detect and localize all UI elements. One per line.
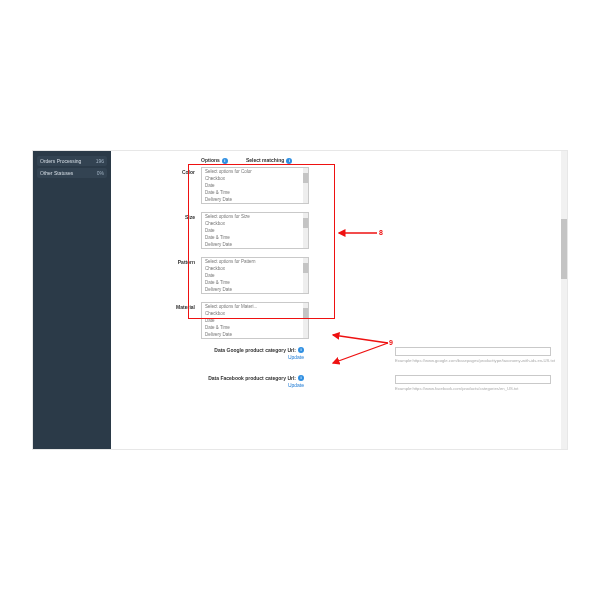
google-category-url-row: Data Google product category Url:i Updat…	[121, 347, 559, 371]
option-row-pattern: Pattern Select options for Pattern Check…	[121, 257, 559, 294]
option-row-material: Material Select options for Materi... Ch…	[121, 302, 559, 339]
multiselect-scrollbar[interactable]	[303, 213, 308, 248]
option-multiselect-color[interactable]: Select options for Color Checkbox Date D…	[201, 167, 309, 204]
info-icon[interactable]: i	[286, 158, 292, 164]
sidebar-item-label: Other Statuses	[40, 170, 73, 176]
sidebar-item-other-statuses[interactable]: Other Statuses 0%	[37, 168, 107, 178]
scrollbar-thumb[interactable]	[561, 219, 567, 279]
sidebar-item-orders-processing[interactable]: Orders Processing 196	[37, 156, 107, 166]
option-multiselect-size[interactable]: Select options for Size Checkbox Date Da…	[201, 212, 309, 249]
header-select-matching: Select matchingi	[246, 157, 292, 164]
option-label: Color	[121, 167, 201, 175]
sidebar-item-label: Orders Processing	[40, 158, 81, 164]
multiselect-scrollbar[interactable]	[303, 168, 308, 203]
google-url-example: Example:https://www.google.com/basepages…	[395, 358, 555, 363]
option-multiselect-pattern[interactable]: Select options for Pattern Checkbox Date…	[201, 257, 309, 294]
info-icon[interactable]: i	[298, 375, 304, 381]
sidebar-item-count: 0%	[97, 170, 104, 176]
settings-panel: Optionsi Select matchingi Color Select o…	[111, 151, 567, 449]
screenshot-viewport: Orders Processing 196 Other Statuses 0% …	[32, 150, 568, 450]
multiselect-scrollbar[interactable]	[303, 258, 308, 293]
page-scrollbar[interactable]	[561, 151, 567, 449]
sidebar-item-count: 196	[96, 158, 104, 164]
admin-sidebar-fill	[33, 211, 111, 450]
multiselect-scrollbar[interactable]	[303, 303, 308, 338]
facebook-url-example: Example:https://www.facebook.com/product…	[395, 386, 518, 391]
info-icon[interactable]: i	[222, 158, 228, 164]
option-label: Pattern	[121, 257, 201, 265]
header-options: Optionsi	[201, 157, 228, 164]
google-url-input[interactable]	[395, 347, 551, 356]
google-url-update-link[interactable]: Update	[121, 354, 304, 360]
option-row-color: Color Select options for Color Checkbox …	[121, 167, 559, 204]
thumbnail-frame: Orders Processing 196 Other Statuses 0% …	[0, 0, 600, 600]
option-label: Material	[121, 302, 201, 310]
facebook-url-label: Data Facebook product category Url:i	[121, 375, 304, 382]
option-label: Size	[121, 212, 201, 220]
facebook-url-input[interactable]	[395, 375, 551, 384]
column-headers: Optionsi Select matchingi	[201, 157, 559, 164]
facebook-category-url-row: Data Facebook product category Url:i Upd…	[121, 375, 559, 399]
facebook-url-update-link[interactable]: Update	[121, 382, 304, 388]
info-icon[interactable]: i	[298, 347, 304, 353]
google-url-label: Data Google product category Url:i	[121, 347, 304, 354]
option-row-size: Size Select options for Size Checkbox Da…	[121, 212, 559, 249]
admin-sidebar: Orders Processing 196 Other Statuses 0%	[33, 151, 111, 211]
option-multiselect-material[interactable]: Select options for Materi... Checkbox Da…	[201, 302, 309, 339]
